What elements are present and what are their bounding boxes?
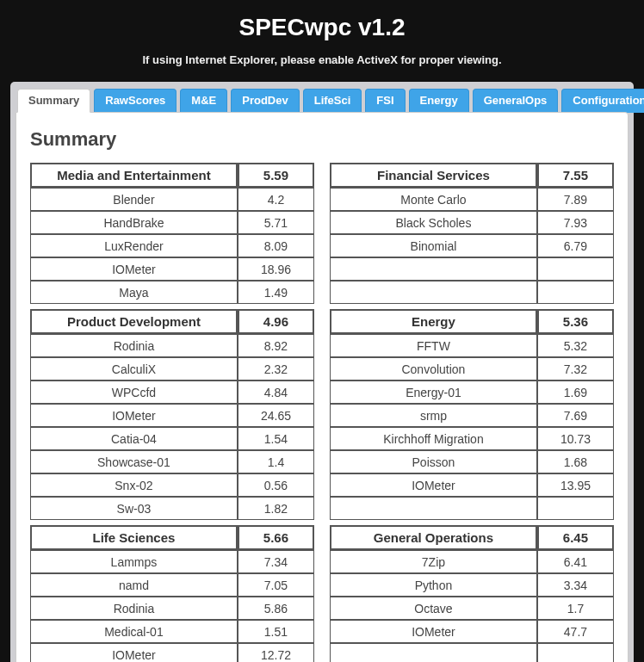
table-row: IOMeter18.96 xyxy=(30,257,314,281)
table-row: srmp7.69 xyxy=(330,404,614,427)
benchmark-name: IOMeter xyxy=(330,473,537,497)
benchmark-name: Poisson xyxy=(330,450,537,473)
benchmark-name: 7Zip xyxy=(330,550,537,573)
benchmark-name: IOMeter xyxy=(330,620,537,643)
section-header-row: Life Sciences5.66 xyxy=(30,525,314,550)
benchmark-value xyxy=(537,643,614,662)
benchmark-name: IOMeter xyxy=(30,404,238,427)
benchmark-value: 1.82 xyxy=(238,497,314,520)
benchmark-value: 5.71 xyxy=(238,211,314,234)
benchmark-name: Monte Carlo xyxy=(330,188,537,211)
table-row: IOMeter12.72 xyxy=(30,643,314,662)
summary-table: General Operations6.457Zip6.41Python3.34… xyxy=(330,525,614,662)
benchmark-value: 1.7 xyxy=(537,597,614,620)
benchmark-name: Kirchhoff Migration xyxy=(330,427,537,450)
benchmark-value: 1.54 xyxy=(238,427,314,450)
benchmark-name: Rodinia xyxy=(30,597,238,620)
benchmark-value: 5.32 xyxy=(537,334,614,357)
table-row: Medical-011.51 xyxy=(30,620,314,643)
tab-m-e[interactable]: M&E xyxy=(180,89,227,113)
benchmark-name: Sw-03 xyxy=(30,497,238,520)
table-row: Blender4.2 xyxy=(30,188,314,211)
table-row: WPCcfd4.84 xyxy=(30,380,314,404)
section-title: Financial Services xyxy=(330,163,537,188)
benchmark-value: 1.49 xyxy=(238,281,314,304)
section-header-row: General Operations6.45 xyxy=(330,525,614,550)
benchmark-value: 0.56 xyxy=(238,473,314,497)
tab-generalops[interactable]: GeneralOps xyxy=(473,89,559,113)
benchmark-name: namd xyxy=(30,573,238,597)
section-score: 5.36 xyxy=(537,309,614,334)
benchmark-value: 2.32 xyxy=(238,357,314,380)
table-row: Black Scholes7.93 xyxy=(330,211,614,234)
right-column: Financial Services7.55Monte Carlo7.89Bla… xyxy=(330,163,614,662)
benchmark-value: 8.92 xyxy=(238,334,314,357)
benchmark-name: Maya xyxy=(30,281,238,304)
section-score: 4.96 xyxy=(238,309,314,334)
table-row: Snx-020.56 xyxy=(30,473,314,497)
summary-table: Media and Entertainment5.59Blender4.2Han… xyxy=(30,163,314,304)
benchmark-value: 1.51 xyxy=(238,620,314,643)
table-row: LuxRender8.09 xyxy=(30,234,314,257)
benchmark-value xyxy=(537,257,614,281)
benchmark-value: 7.69 xyxy=(537,404,614,427)
tab-lifesci[interactable]: LifeSci xyxy=(303,89,362,113)
benchmark-value: 7.93 xyxy=(537,211,614,234)
table-row xyxy=(330,257,614,281)
benchmark-name: IOMeter xyxy=(30,643,238,662)
table-row: FFTW5.32 xyxy=(330,334,614,357)
table-row: Kirchhoff Migration10.73 xyxy=(330,427,614,450)
benchmark-name xyxy=(330,281,537,304)
table-row: Monte Carlo7.89 xyxy=(330,188,614,211)
table-row: Showcase-011.4 xyxy=(30,450,314,473)
benchmark-name: HandBrake xyxy=(30,211,238,234)
table-row: Poisson1.68 xyxy=(330,450,614,473)
summary-layout: Media and Entertainment5.59Blender4.2Han… xyxy=(30,163,614,662)
section-header-row: Media and Entertainment5.59 xyxy=(30,163,314,188)
benchmark-name: Medical-01 xyxy=(30,620,238,643)
tab-summary[interactable]: Summary xyxy=(17,89,90,113)
benchmark-name: CalculiX xyxy=(30,357,238,380)
activex-notice: If using Internet Explorer, please enabl… xyxy=(0,53,644,66)
benchmark-value xyxy=(537,281,614,304)
benchmark-name: IOMeter xyxy=(30,257,238,281)
table-row: Python3.34 xyxy=(330,573,614,597)
main-panel: SummaryRawScoresM&EProdDevLifeSciFSIEner… xyxy=(10,82,634,662)
table-row: IOMeter13.95 xyxy=(330,473,614,497)
benchmark-value: 10.73 xyxy=(537,427,614,450)
benchmark-value: 18.96 xyxy=(238,257,314,281)
benchmark-name xyxy=(330,643,537,662)
benchmark-name: Octave xyxy=(330,597,537,620)
tab-proddev[interactable]: ProdDev xyxy=(231,89,299,113)
table-row: Convolution7.32 xyxy=(330,357,614,380)
benchmark-value: 7.89 xyxy=(537,188,614,211)
section-title: Energy xyxy=(330,309,537,334)
benchmark-value: 4.2 xyxy=(238,188,314,211)
tab-energy[interactable]: Energy xyxy=(409,89,469,113)
benchmark-value: 1.69 xyxy=(537,380,614,404)
table-row xyxy=(330,643,614,662)
table-row: Sw-031.82 xyxy=(30,497,314,520)
tab-content: Summary Media and Entertainment5.59Blend… xyxy=(15,112,629,662)
tab-configuration[interactable]: Configuration xyxy=(561,89,644,113)
benchmark-value: 4.84 xyxy=(238,380,314,404)
table-row: Maya1.49 xyxy=(30,281,314,304)
benchmark-name: Convolution xyxy=(330,357,537,380)
page-header: SPECwpc v1.2 If using Internet Explorer,… xyxy=(0,0,644,82)
summary-table: Product Development4.96Rodinia8.92Calcul… xyxy=(30,309,314,520)
benchmark-value: 6.79 xyxy=(537,234,614,257)
tab-rawscores[interactable]: RawScores xyxy=(94,89,176,113)
table-row: Catia-041.54 xyxy=(30,427,314,450)
tab-fsi[interactable]: FSI xyxy=(365,89,405,113)
section-header-row: Financial Services7.55 xyxy=(330,163,614,188)
section-header-row: Energy5.36 xyxy=(330,309,614,334)
table-row: 7Zip6.41 xyxy=(330,550,614,573)
table-row: Energy-011.69 xyxy=(330,380,614,404)
table-row: namd7.05 xyxy=(30,573,314,597)
benchmark-name: Binomial xyxy=(330,234,537,257)
table-row: Rodinia8.92 xyxy=(30,334,314,357)
benchmark-name: Blender xyxy=(30,188,238,211)
benchmark-name: Rodinia xyxy=(30,334,238,357)
table-row: Binomial6.79 xyxy=(330,234,614,257)
benchmark-value: 5.86 xyxy=(238,597,314,620)
